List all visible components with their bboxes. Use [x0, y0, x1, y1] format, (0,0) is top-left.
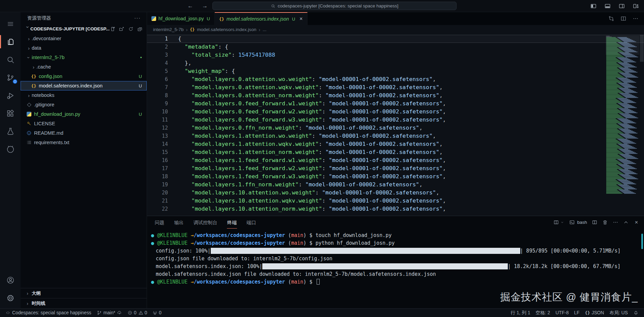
tree-item-data[interactable]: ›data	[21, 43, 147, 53]
compare-changes-icon[interactable]	[608, 16, 614, 22]
notifications-bell[interactable]	[631, 309, 641, 317]
toggle-secondary-sidebar-icon[interactable]	[618, 3, 625, 9]
breadcrumb-item[interactable]: model.safetensors.index.json	[197, 27, 256, 32]
code-line-11[interactable]: 11"model.layers.0.feed_forward.w3.weight…	[147, 116, 644, 124]
line-content: "total_size": 15475417088	[178, 51, 275, 59]
more-icon[interactable]	[633, 16, 639, 22]
panel-tab-调试控制台[interactable]: 调试控制台	[193, 216, 218, 229]
panel-tab-输出[interactable]: 输出	[174, 216, 184, 229]
editor-tab-hf_download_josn.py[interactable]: hf_download_josn.pyU	[147, 12, 215, 25]
tree-item-.devcontainer[interactable]: ›.devcontainer	[21, 34, 147, 43]
code-line-10[interactable]: 10"model.layers.0.feed_forward.w2.weight…	[147, 108, 644, 116]
status-item-空格2[interactable]: 空格: 2	[533, 309, 553, 317]
close-icon[interactable]: ×	[634, 219, 639, 225]
terminal-instance-bash[interactable]: bash	[569, 219, 587, 225]
terminal-scrollbar-thumb[interactable]	[641, 234, 643, 249]
activity-search-button[interactable]	[0, 51, 21, 69]
status-item-LF[interactable]: LF	[572, 309, 582, 317]
activity-extensions-button[interactable]	[0, 104, 21, 122]
code-line-17[interactable]: 17"model.layers.1.feed_forward.w2.weight…	[147, 164, 644, 173]
code-line-2[interactable]: 2"metadata": {	[147, 43, 644, 51]
code-line-13[interactable]: 13"model.layers.1.attention.wo.weight": …	[147, 132, 644, 140]
breadcrumb-item[interactable]: ...	[263, 27, 266, 32]
collapse-all-icon[interactable]	[137, 26, 143, 32]
tree-item-requirements.txt[interactable]: requirements.txt	[21, 138, 147, 147]
activity-accounts-button[interactable]	[0, 271, 21, 289]
code-editor[interactable]: 1{2"metadata": {3"total_size": 154754170…	[147, 34, 644, 216]
toggle-sidebar-icon[interactable]	[590, 3, 597, 9]
code-line-4[interactable]: 4},	[147, 59, 644, 67]
code-line-3[interactable]: 3"total_size": 15475417088	[147, 51, 644, 59]
code-line-8[interactable]: 8"model.layers.0.attention_norm.weight":…	[147, 91, 644, 100]
ports-status[interactable]: 0	[150, 309, 164, 317]
code-line-1[interactable]: 1{	[147, 35, 644, 43]
minimap-canvas[interactable]	[606, 36, 639, 205]
editor-tab-model.safetensors.index.json[interactable]: {}model.safetensors.index.jsonU×	[215, 12, 308, 25]
sidebar-section-outline[interactable]: ›大纲	[21, 288, 147, 298]
activity-github-button[interactable]	[0, 140, 21, 158]
code-line-9[interactable]: 9"model.layers.0.feed_forward.w1.weight"…	[147, 100, 644, 108]
customize-layout-icon[interactable]	[633, 3, 639, 9]
launch-profile-button[interactable]	[553, 219, 564, 225]
status-item-JSON[interactable]: {}JSON	[582, 309, 607, 317]
sidebar-more-actions-icon[interactable]: ···	[134, 15, 141, 21]
status-item-UTF8[interactable]: UTF-8	[553, 309, 572, 317]
problems-status[interactable]: 0 0	[125, 309, 150, 317]
activity-menu-button[interactable]	[0, 15, 21, 33]
more-icon[interactable]	[613, 219, 618, 225]
code-line-20[interactable]: 20"model.layers.10.attention.wo.weight":…	[147, 189, 644, 197]
code-line-18[interactable]: 18"model.layers.1.feed_forward.w3.weight…	[147, 173, 644, 181]
panel-tabs: 问题输出调试控制台终端端口	[154, 216, 256, 229]
breadcrumb-item[interactable]: internlm2_5-7b	[153, 27, 184, 32]
tree-item-readme.md[interactable]: README.md	[21, 128, 147, 138]
tree-item-model.safetensors.index.json[interactable]: {}model.safetensors.index.jsonU	[21, 81, 147, 90]
trash-icon[interactable]	[602, 219, 608, 225]
new-folder-icon[interactable]	[119, 26, 124, 32]
git-branch-status[interactable]: main*	[94, 309, 125, 317]
activity-manage-button[interactable]	[0, 289, 21, 307]
code-line-7[interactable]: 7"model.layers.0.attention.wqkv.weight":…	[147, 83, 644, 91]
branch-label: main*	[104, 310, 115, 315]
code-line-14[interactable]: 14"model.layers.1.attention.wqkv.weight"…	[147, 140, 644, 148]
code-line-5[interactable]: 5"weight_map": {	[147, 67, 644, 75]
tree-item-hf_download_josn.py[interactable]: hf_download_josn.pyU	[21, 109, 147, 119]
terminal[interactable]: ● @KLE1NBLUE →/workspaces/codespaces-jup…	[147, 229, 644, 286]
code-line-16[interactable]: 16"model.layers.1.feed_forward.w1.weight…	[147, 156, 644, 164]
activity-source-control-button[interactable]	[0, 69, 21, 86]
activity-explorer-button[interactable]	[0, 33, 21, 51]
refresh-icon[interactable]	[128, 26, 134, 32]
panel-tab-问题[interactable]: 问题	[154, 216, 165, 229]
sidebar-section-timeline[interactable]: ›时间线	[21, 298, 147, 308]
tree-item-.gitignore[interactable]: .gitignore	[21, 100, 147, 109]
minimap-slider[interactable]	[606, 36, 639, 55]
command-center-search[interactable]: codespaces-jupyter [Codespaces: special …	[212, 2, 457, 10]
code-line-22[interactable]: 22"model.layers.10.attention_norm.weight…	[147, 205, 644, 213]
editor-scrollbar-thumb[interactable]	[640, 35, 644, 62]
code-line-21[interactable]: 21"model.layers.10.attention.wqkv.weight…	[147, 197, 644, 205]
code-line-6[interactable]: 6"model.layers.0.attention.wo.weight": "…	[147, 75, 644, 83]
terminal-sm-icon	[569, 219, 575, 225]
tree-item-config.json[interactable]: {}config.jsonU	[21, 72, 147, 81]
tree-item-license[interactable]: LICENSE	[21, 119, 147, 128]
new-file-icon[interactable]	[110, 26, 115, 32]
close-icon[interactable]: ×	[299, 16, 302, 22]
tree-item-internlm2_5-7b[interactable]: ›internlm2_5-7b●	[21, 53, 147, 62]
tree-item-notebooks[interactable]: ›notebooks	[21, 90, 147, 100]
tab-dirty-badge: U	[292, 17, 295, 22]
toggle-panel-icon[interactable]	[604, 3, 611, 9]
remote-indicator[interactable]: Codespaces: special space happiness	[3, 309, 94, 317]
activity-testing-button[interactable]	[0, 122, 21, 140]
panel-tab-端口[interactable]: 端口	[246, 216, 256, 229]
code-line-15[interactable]: 15"model.layers.1.attention_norm.weight"…	[147, 148, 644, 156]
split-sm-icon[interactable]	[592, 219, 597, 225]
status-item-布局US[interactable]: 布局: US	[607, 309, 631, 317]
tree-item-.cache[interactable]: ›.cache	[21, 62, 147, 72]
split-editor-icon[interactable]	[620, 16, 626, 22]
explorer-root-row[interactable]: › CODESPACES-JUPYTER [CODESP...	[21, 24, 147, 34]
code-line-12[interactable]: 12"model.layers.0.ffn_norm.weight": "mod…	[147, 124, 644, 132]
panel-tab-终端[interactable]: 终端	[227, 216, 237, 229]
chevron-up-icon[interactable]	[623, 219, 629, 225]
code-line-19[interactable]: 19"model.layers.1.ffn_norm.weight": "mod…	[147, 181, 644, 189]
status-item-行1列1[interactable]: 行 1, 列 1	[508, 309, 533, 317]
activity-run-and-debug-button[interactable]	[0, 86, 21, 104]
